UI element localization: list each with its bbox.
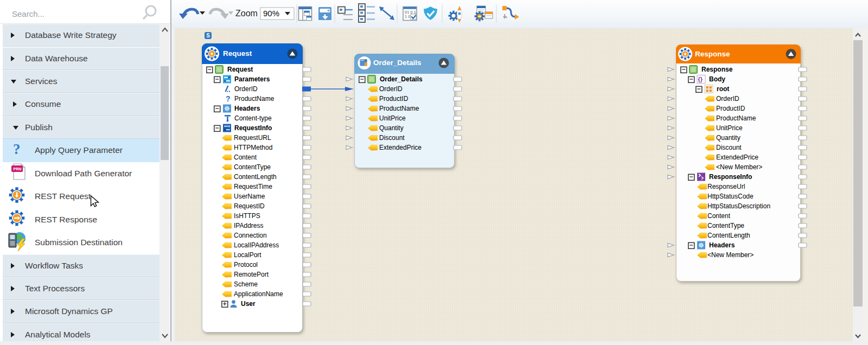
svg-text:ContentType: ContentType xyxy=(707,222,744,229)
svg-text:ProductID: ProductID xyxy=(379,95,409,103)
svg-text:HttpStatusDescription: HttpStatusDescription xyxy=(707,202,770,210)
svg-text:ContentType: ContentType xyxy=(234,163,271,171)
svg-text:User: User xyxy=(241,300,256,308)
svg-text:<New Member>: <New Member> xyxy=(707,251,754,259)
svg-text:IPAddress: IPAddress xyxy=(234,222,263,229)
svg-text:Content: Content xyxy=(707,212,731,220)
svg-text:IsHTTPS: IsHTTPS xyxy=(234,212,260,220)
svg-text:Quantity: Quantity xyxy=(379,124,404,132)
svg-text:Discount: Discount xyxy=(716,144,742,151)
svg-text:ProductName: ProductName xyxy=(234,95,275,103)
svg-text:OrderID: OrderID xyxy=(234,85,258,93)
svg-text:Request: Request xyxy=(227,66,253,73)
svg-text:ExtendedPrice: ExtendedPrice xyxy=(379,144,422,151)
svg-text:Parameters: Parameters xyxy=(234,75,270,83)
svg-text:Content-type: Content-type xyxy=(234,114,272,122)
svg-text:ApplicationName: ApplicationName xyxy=(234,290,283,298)
svg-text:ProductName: ProductName xyxy=(716,114,756,122)
svg-text:Headers: Headers xyxy=(709,241,735,249)
svg-text:Discount: Discount xyxy=(379,134,405,142)
svg-text:Scheme: Scheme xyxy=(234,280,258,288)
svg-text:RemotePort: RemotePort xyxy=(234,271,269,278)
svg-text:Connection: Connection xyxy=(234,232,267,239)
svg-text:ResponseInfo: ResponseInfo xyxy=(709,173,752,181)
svg-text:ContentLength: ContentLength xyxy=(234,173,277,181)
svg-text:LocalIPAddress: LocalIPAddress xyxy=(234,241,279,249)
svg-text:OrderID: OrderID xyxy=(379,85,403,93)
svg-text:UnitPrice: UnitPrice xyxy=(379,114,406,122)
svg-text:RequestInfo: RequestInfo xyxy=(234,124,272,132)
svg-text:UserName: UserName xyxy=(234,193,265,200)
svg-text:UnitPrice: UnitPrice xyxy=(716,124,743,132)
svg-text:RequestURL: RequestURL xyxy=(234,134,271,142)
svg-text:Body: Body xyxy=(709,75,725,83)
svg-text:RequestID: RequestID xyxy=(234,202,265,210)
svg-text:root: root xyxy=(717,85,729,93)
svg-text:ProductID: ProductID xyxy=(716,105,745,112)
svg-text:LocalPort: LocalPort xyxy=(234,251,261,259)
svg-text:HTTPMethod: HTTPMethod xyxy=(234,144,272,151)
svg-text:OrderID: OrderID xyxy=(716,95,739,103)
svg-text:ContentLength: ContentLength xyxy=(707,232,750,239)
svg-text:ProductName: ProductName xyxy=(379,105,419,112)
svg-text:ResponseUrl: ResponseUrl xyxy=(707,183,745,190)
svg-text:Protocol: Protocol xyxy=(234,261,258,269)
svg-text:Order_Details: Order_Details xyxy=(380,75,423,83)
svg-text:Quantity: Quantity xyxy=(716,134,741,142)
svg-text:Headers: Headers xyxy=(234,105,260,112)
svg-text:Content: Content xyxy=(234,154,257,161)
svg-text:RequestTime: RequestTime xyxy=(234,183,272,190)
svg-text:?: ? xyxy=(226,94,231,103)
svg-text:Response: Response xyxy=(701,66,733,73)
svg-text:HttpStatusCode: HttpStatusCode xyxy=(707,193,754,200)
svg-text:ExtendedPrice: ExtendedPrice xyxy=(716,154,758,161)
svg-text:{}: {} xyxy=(698,76,703,82)
svg-text:<New Member>: <New Member> xyxy=(716,163,762,171)
